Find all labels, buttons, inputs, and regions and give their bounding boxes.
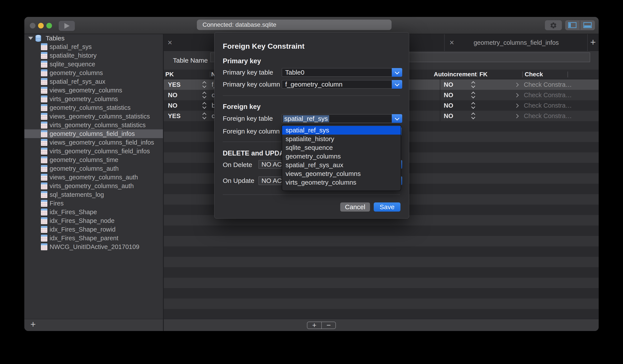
chevron-down-icon[interactable]: [392, 68, 402, 77]
chevron-down-icon[interactable]: [392, 114, 402, 123]
column-divider[interactable]: [477, 71, 478, 77]
foreign-key-table-combobox[interactable]: spatial_ref_sys: [282, 114, 402, 123]
dropdown-option-sqlite_sequence[interactable]: sqlite_sequence: [282, 143, 401, 152]
column-header-check[interactable]: Check: [525, 70, 543, 79]
sidebar-item-sql_statements_log[interactable]: sql_statements_log: [24, 190, 163, 199]
toggle-bottom-panel-button[interactable]: [580, 20, 595, 30]
dropdown-option-geometry_columns[interactable]: geometry_columns: [282, 152, 401, 161]
sidebar: Tables spatial_ref_sysspatialite_history…: [24, 34, 163, 331]
run-button[interactable]: [59, 21, 75, 31]
table-icon: [41, 78, 47, 85]
cancel-button[interactable]: Cancel: [340, 202, 370, 212]
add-column-button[interactable]: +: [307, 322, 321, 329]
add-table-button[interactable]: +: [29, 318, 37, 330]
check-constraint-cell[interactable]: Check Constra…: [524, 111, 572, 121]
disclosure-triangle-icon[interactable]: [28, 37, 33, 40]
sidebar-item-virts_geometry_columns[interactable]: virts_geometry_columns: [24, 95, 163, 103]
dropdown-option-virts_geometry_columns[interactable]: virts_geometry_columns: [282, 178, 401, 187]
disclosure-icon[interactable]: [515, 104, 519, 108]
window-close-button[interactable]: [30, 23, 35, 28]
table-row-empty: [164, 267, 599, 278]
stepper-control[interactable]: [471, 81, 476, 88]
bottom-panel-icon: [583, 22, 592, 28]
sidebar-item-geometry_columns[interactable]: geometry_columns: [24, 68, 163, 77]
chevron-down-icon[interactable]: [392, 80, 402, 89]
sidebar-item-geometry_columns_statistics[interactable]: geometry_columns_statistics: [24, 103, 163, 112]
tab-geometry-columns-field-infos[interactable]: geometry_columns_field_infos: [460, 34, 573, 51]
disclosure-icon[interactable]: [515, 83, 519, 87]
remove-column-button[interactable]: −: [322, 322, 336, 329]
sidebar-tables-group[interactable]: Tables: [24, 34, 163, 43]
disclosure-icon[interactable]: [515, 114, 519, 119]
settings-button[interactable]: [545, 20, 562, 30]
sidebar-item-geometry_columns_field_infos[interactable]: geometry_columns_field_infos: [24, 129, 163, 138]
primary-key-table-select[interactable]: Table0: [282, 68, 402, 77]
pk-cell: NO: [168, 100, 178, 111]
table-icon: [41, 174, 47, 181]
dropdown-option-spatialite_history[interactable]: spatialite_history: [282, 135, 401, 143]
table-row-empty: [164, 309, 599, 320]
sidebar-item-label: spatial_ref_sys: [50, 43, 91, 51]
sidebar-item-virts_geometry_columns_statistics[interactable]: virts_geometry_columns_statistics: [24, 121, 163, 129]
cell-divider: [440, 90, 440, 100]
save-button[interactable]: Save: [374, 202, 400, 212]
play-icon: [64, 23, 70, 29]
table-row-empty: [164, 299, 599, 309]
dropdown-option-spatial_ref_sys_aux[interactable]: spatial_ref_sys_aux: [282, 161, 401, 169]
sidebar-item-spatial_ref_sys[interactable]: spatial_ref_sys: [24, 43, 163, 51]
sidebar-item-views_geometry_columns[interactable]: views_geometry_columns: [24, 86, 163, 95]
stepper-control[interactable]: [202, 102, 207, 109]
sidebar-item-label: views_geometry_columns_field_infos: [50, 138, 154, 147]
primary-key-section-header: Primary key: [223, 57, 261, 65]
toggle-left-panel-button[interactable]: [565, 20, 580, 30]
sidebar-item-views_geometry_columns_field_infos[interactable]: views_geometry_columns_field_infos: [24, 138, 163, 147]
sidebar-header-label: Tables: [46, 34, 65, 43]
stepper-control[interactable]: [202, 81, 207, 88]
table-icon: [41, 148, 47, 155]
sidebar-item-geometry_columns_auth[interactable]: geometry_columns_auth: [24, 164, 163, 173]
stepper-control[interactable]: [202, 92, 207, 98]
stepper-control[interactable]: [471, 102, 476, 109]
pk-cell: YES: [168, 79, 180, 90]
dropdown-option-spatial_ref_sys[interactable]: spatial_ref_sys: [282, 126, 401, 135]
sidebar-item-sqlite_sequence[interactable]: sqlite_sequence: [24, 60, 163, 68]
stepper-control[interactable]: [471, 113, 476, 119]
sidebar-item-views_geometry_columns_statistics[interactable]: views_geometry_columns_statistics: [24, 112, 163, 121]
close-tab-icon[interactable]: ×: [447, 34, 456, 51]
sidebar-item-label: geometry_columns: [50, 68, 103, 77]
sidebar-item-spatialite_history[interactable]: spatialite_history: [24, 51, 163, 60]
check-constraint-cell[interactable]: Check Constra…: [524, 100, 572, 111]
stepper-control[interactable]: [471, 92, 476, 98]
sidebar-item-geometry_columns_time[interactable]: geometry_columns_time: [24, 155, 163, 164]
window-minimize-button[interactable]: [38, 23, 44, 28]
new-tab-button[interactable]: +: [587, 34, 599, 51]
close-tab-icon[interactable]: ×: [166, 34, 174, 51]
sidebar-item-virts_geometry_columns_field_infos[interactable]: virts_geometry_columns_field_infos: [24, 147, 163, 155]
window-zoom-button[interactable]: [46, 23, 52, 28]
column-divider[interactable]: [568, 71, 568, 77]
disclosure-icon[interactable]: [515, 93, 519, 98]
column-divider[interactable]: [210, 71, 210, 77]
check-constraint-cell[interactable]: Check Constra…: [524, 90, 572, 100]
sidebar-item-NWCG_UnitIDActive_20170109[interactable]: NWCG_UnitIDActive_20170109: [24, 242, 163, 251]
column-header-pk[interactable]: PK: [165, 70, 174, 79]
check-constraint-cell[interactable]: Check Constra…: [524, 79, 572, 90]
table-icon: [41, 200, 47, 207]
primary-key-column-select[interactable]: f_geometry_column: [282, 80, 402, 89]
sidebar-item-Fires[interactable]: Fires: [24, 199, 163, 208]
sidebar-item-idx_Fires_Shape_parent[interactable]: idx_Fires_Shape_parent: [24, 234, 163, 242]
sidebar-item-views_geometry_columns_auth[interactable]: views_geometry_columns_auth: [24, 173, 163, 182]
table-row-empty: [164, 288, 599, 299]
table-icon: [41, 209, 47, 215]
table-icon: [41, 226, 47, 233]
column-divider[interactable]: [522, 71, 523, 77]
sidebar-item-idx_Fires_Shape[interactable]: idx_Fires_Shape: [24, 208, 163, 216]
column-header-fk[interactable]: FK: [479, 70, 488, 79]
stepper-control[interactable]: [202, 113, 207, 119]
column-header-autoincrement[interactable]: Autoincrement: [434, 70, 477, 79]
sidebar-item-virts_geometry_columns_auth[interactable]: virts_geometry_columns_auth: [24, 182, 163, 190]
dropdown-option-views_geometry_columns[interactable]: views_geometry_columns: [282, 169, 401, 178]
sidebar-item-idx_Fires_Shape_rowid[interactable]: idx_Fires_Shape_rowid: [24, 225, 163, 234]
sidebar-item-spatial_ref_sys_aux[interactable]: spatial_ref_sys_aux: [24, 77, 163, 86]
sidebar-item-idx_Fires_Shape_node[interactable]: idx_Fires_Shape_node: [24, 216, 163, 225]
